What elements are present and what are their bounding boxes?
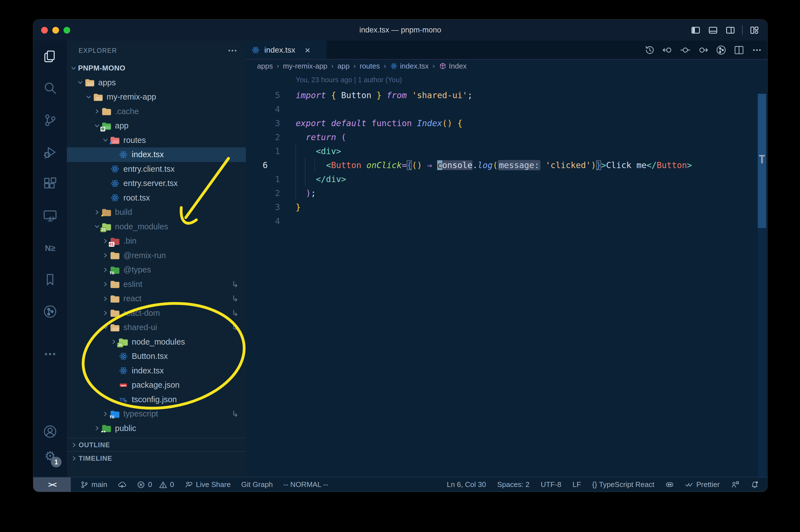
code-line[interactable]: 5import { Button } from 'shared-ui'; [246,88,767,102]
activity-extensions-icon[interactable] [33,168,67,200]
tree-item-my-remix-app[interactable]: my-remix-app [67,90,246,104]
status-item-0[interactable]: 00 [137,480,174,489]
next-change-icon[interactable] [698,45,708,55]
activity-account-icon[interactable] [33,418,67,445]
status-item-prettier[interactable]: Prettier [685,480,720,489]
code-line[interactable]: 3export default function Index() { [246,116,767,130]
status-item-main[interactable]: main [80,480,107,489]
tree-item-build[interactable]: ●build [67,205,246,220]
breadcrumb-item-app[interactable]: app [337,62,349,71]
activity-settings-gear-icon[interactable]: ⚙1 [33,442,67,470]
code-line[interactable]: 1 </div> [246,172,767,186]
sidebar-section-outline[interactable]: OUTLINE [67,438,246,452]
tree-item-tsconfig-json[interactable]: TS⚙tsconfig.json [67,393,246,407]
code-line[interactable]: 3} [246,200,767,214]
folder-icon-typescript: TS [110,410,120,418]
tree-item-bin[interactable]: 01.bin [67,234,246,248]
activity-gitlens-icon[interactable] [33,296,67,327]
prev-change-icon[interactable] [662,45,673,55]
status-item-utf-8[interactable]: UTF-8 [541,480,561,489]
gitlens-graph-icon[interactable] [716,45,726,55]
history-icon[interactable] [644,45,655,55]
chevron-down-icon[interactable] [76,79,85,86]
breadcrumb-item-index-tsx[interactable]: index.tsx [390,62,429,71]
change-icon[interactable] [680,45,691,55]
layout-sidebar-left-icon[interactable] [690,25,701,35]
status-item-typescript-react[interactable]: {} TypeScript React [592,480,654,489]
activity-files-icon[interactable] [33,41,67,73]
remote-indicator[interactable]: >< [33,477,71,492]
sidebar-section-timeline[interactable]: TIMELINE [67,451,246,465]
window-title: index.tsx — pnpm-mono [33,20,767,41]
tree-item-node-modules[interactable]: JSnode_modules [67,220,246,234]
layout-panel-icon[interactable] [707,25,719,35]
status-item-feedback-icon[interactable] [731,480,739,489]
tree-item-public[interactable]: ●●public [67,421,246,436]
tree-item-routes[interactable]: ●routes [67,133,246,148]
tree-item-index-tsx[interactable]: index.tsx [67,147,246,162]
chevron-right-icon[interactable] [101,281,110,287]
code-line[interactable]: 2 ); [246,186,767,200]
status-item-live-share[interactable]: Live Share [185,480,230,489]
more-icon[interactable] [751,45,762,55]
tree-item-entry-server-tsx[interactable]: entry.server.tsx [67,176,246,191]
tree-item-root-tsx[interactable]: root.tsx [67,191,246,205]
status-item-copilot-icon[interactable] [665,480,674,489]
close-tab-icon[interactable]: × [305,45,310,55]
tree-item-package-json[interactable]: npmpackage.json [67,378,246,393]
status-item-normal[interactable]: -- NORMAL -- [283,480,328,489]
code-line[interactable]: 2 return ( [246,130,767,144]
status-item-bell-dot-icon[interactable] [750,480,759,489]
status-item-ln-6-col-30[interactable]: Ln 6, Col 30 [447,480,486,489]
tree-item-app[interactable]: ⚙app [67,119,246,133]
tree-item-entry-client-tsx[interactable]: entry.client.tsx [67,162,246,176]
tree-item-shared-ui[interactable]: shared-ui↳ [67,320,246,335]
gitlens-icon [43,304,57,319]
status-item-spaces-2[interactable]: Spaces: 2 [497,480,530,489]
tree-item-react[interactable]: react↳ [67,291,246,306]
breadcrumb-item-index[interactable]: Index [439,62,467,71]
activity-search-icon[interactable] [33,73,67,104]
breadcrumb-item-my-remix-app[interactable]: my-remix-app [283,62,327,71]
tree-item-label: apps [98,78,116,87]
chevron-down-icon[interactable] [84,94,93,100]
code-line[interactable]: 1 <div> [246,144,767,158]
tree-item-index-tsx[interactable]: index.tsx [67,364,246,378]
explorer-more-actions-button[interactable] [227,45,238,56]
tree-item-typescript[interactable]: TStypescript↳ [67,407,246,421]
tree-item-remix-run[interactable]: @remix-run [67,248,246,263]
chevron-right-icon[interactable] [101,296,110,302]
split-editor-icon[interactable] [734,45,744,55]
layout-sidebar-right-icon[interactable] [725,25,736,35]
chevron-down-icon[interactable] [101,324,110,330]
tab-index-tsx[interactable]: index.tsx × [246,41,326,60]
code-line[interactable]: 6 <Button onClick={() ⇒ console.log(mess… [246,158,767,172]
status-item-cloud-upload-icon[interactable] [118,480,126,489]
breadcrumb-item-routes[interactable]: routes [360,62,380,71]
tree-item-react-dom[interactable]: react-dom↳ [67,306,246,321]
code-text: ); [296,188,316,198]
chevron-right-icon[interactable] [101,252,110,259]
tree-section-pnpm-mono[interactable]: PNPM-MONO [67,61,246,76]
status-item-lf[interactable]: LF [573,480,581,489]
tree-item-node-modules[interactable]: JSnode_modules [67,335,246,349]
tree-item-cache[interactable]: .cache [67,104,246,119]
chevron-right-icon[interactable] [93,108,101,114]
code-line[interactable]: 4 [246,214,767,228]
activity-nx-console-icon[interactable]: N≥ [33,232,67,264]
activity-run-debug-icon[interactable] [33,136,67,168]
status-item-git-graph[interactable]: Git Graph [242,480,273,489]
tree-item-button-tsx[interactable]: Button.tsx [67,349,246,364]
breadcrumb-item-apps[interactable]: apps [257,62,273,71]
activity-remote-explorer-icon[interactable] [33,200,67,232]
tree-item-types[interactable]: TS@types [67,263,246,277]
chevron-right-icon[interactable] [101,310,110,316]
code-line[interactable]: 4 [246,102,767,116]
chevron-down-icon[interactable] [69,65,78,71]
tree-item-apps[interactable]: apps [67,76,246,90]
layout-customize-icon[interactable] [749,25,760,35]
activity-source-control-icon[interactable] [33,104,67,136]
tree-item-eslint[interactable]: eslint↳ [67,277,246,292]
activity-more-icon[interactable] [33,340,67,368]
activity-bookmarks-icon[interactable] [33,264,67,296]
